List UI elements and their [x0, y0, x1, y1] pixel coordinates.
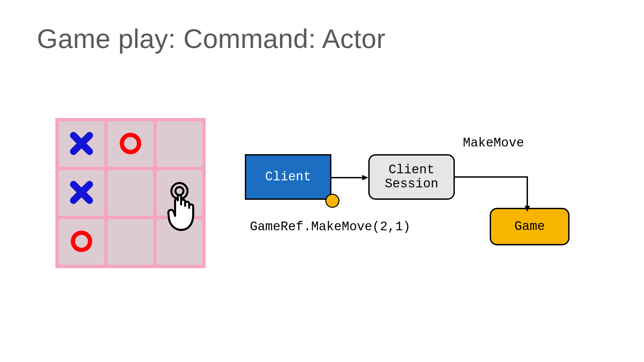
label-gameref-call: GameRef.MakeMove(2,1): [250, 220, 411, 234]
svg-point-2: [175, 187, 183, 195]
slide-title: Game play: Command: Actor: [37, 23, 386, 54]
node-game-label: Game: [514, 220, 545, 234]
cell-1-1[interactable]: [108, 170, 153, 216]
cell-2-0[interactable]: [59, 219, 104, 265]
cell-0-0[interactable]: [59, 121, 104, 167]
arrow-session-to-game: [455, 174, 535, 214]
cell-0-2[interactable]: [157, 121, 202, 167]
slide-root: Game play: Command: Actor: [0, 0, 644, 362]
node-session-label-line1: Client: [385, 163, 438, 177]
label-makemove: MakeMove: [463, 136, 524, 150]
arrow-client-to-session: [331, 174, 368, 182]
svg-point-1: [73, 233, 90, 250]
svg-marker-6: [525, 206, 530, 212]
cell-2-1[interactable]: [108, 219, 153, 265]
svg-marker-5: [362, 175, 368, 180]
tap-hand-icon: [164, 181, 205, 235]
svg-point-0: [122, 135, 139, 152]
x-mark-icon: [68, 179, 95, 207]
node-client: Client: [245, 154, 331, 200]
node-client-label: Client: [265, 170, 311, 184]
o-mark-icon: [117, 130, 144, 158]
x-mark-icon: [68, 130, 95, 158]
actor-diagram: Client Client Session Game Make: [245, 147, 594, 265]
node-client-session: Client Session: [368, 154, 455, 200]
cell-1-0[interactable]: [59, 170, 104, 216]
o-mark-icon: [68, 228, 95, 256]
node-session-label-line2: Session: [385, 177, 438, 191]
cell-0-1[interactable]: [108, 121, 153, 167]
client-port-icon: [325, 194, 339, 208]
